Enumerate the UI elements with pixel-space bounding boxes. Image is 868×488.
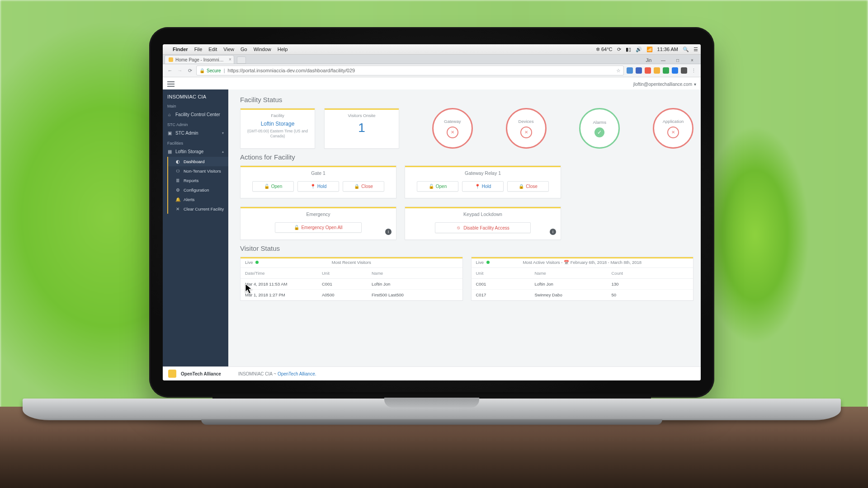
disable-facility-access-button[interactable]: ⦸ Disable Facility Access: [435, 222, 531, 233]
close-button[interactable]: 🔒Close: [343, 181, 384, 192]
menu-view[interactable]: View: [223, 47, 234, 52]
sidebar-subitem-alerts[interactable]: 🔔 Alerts: [168, 195, 228, 204]
cell-unit: C017: [476, 292, 535, 297]
status-fan-icon[interactable]: ✲ 64°C: [596, 47, 613, 52]
extension-icon[interactable]: [636, 67, 642, 74]
error-icon: [520, 127, 532, 138]
extension-icon[interactable]: [672, 67, 678, 74]
sidebar-item-label: STC Admin: [175, 131, 198, 136]
bookmark-star-icon[interactable]: ☆: [616, 68, 621, 74]
laptop-trackpad-notch: [384, 398, 479, 408]
ring-label: Devices: [519, 119, 534, 124]
sidebar-subitem-non-tenant-visitors[interactable]: ⚇ Non-Tenant Visitors: [168, 166, 228, 176]
cell-unit: A0500: [322, 292, 372, 297]
live-label: Live: [476, 260, 484, 265]
status-wifi-icon[interactable]: 📶: [646, 47, 653, 52]
browser-tab-active[interactable]: Home Page - Insomni… ×: [165, 55, 234, 64]
nav-back-button[interactable]: ←: [166, 68, 174, 73]
user-menu[interactable]: jloftin@opentechalliance.com ▾: [633, 82, 696, 87]
control-center-icon[interactable]: ☰: [693, 47, 698, 52]
sidebar-item-label: Alerts: [184, 197, 194, 202]
sidebar-subitem-clear-current-facility[interactable]: ✕ Clear Current Facility: [168, 204, 228, 214]
table-row[interactable]: C017 Swinney Dabo 50: [472, 290, 693, 300]
ring-label: Alarms: [593, 120, 606, 125]
address-bar[interactable]: 🔒 Secure | https://portal.insomniaccia-d…: [196, 66, 624, 75]
menu-help[interactable]: Help: [278, 47, 288, 52]
sidebar-item-label: Facility Control Center: [175, 112, 220, 117]
info-icon[interactable]: i: [385, 229, 392, 235]
card-title: Gate 1: [246, 170, 391, 176]
window-close-button[interactable]: ×: [685, 56, 699, 64]
unlock-icon: 🔓: [264, 184, 269, 189]
menu-file[interactable]: File: [194, 47, 203, 52]
nav-forward-button[interactable]: →: [176, 68, 184, 73]
extension-icon[interactable]: [663, 67, 669, 74]
table-most-active-visitors: Live Most Active Visitors - 📅 February 6…: [471, 257, 694, 301]
hold-button[interactable]: 📍Hold: [462, 181, 504, 192]
menu-go[interactable]: Go: [241, 47, 247, 52]
status-battery-icon[interactable]: ▮▯: [626, 47, 631, 52]
screen: Finder File Edit View Go Window Help ✲ 6…: [163, 44, 701, 380]
active-app-name[interactable]: Finder: [173, 47, 188, 52]
spotlight-icon[interactable]: 🔍: [683, 47, 689, 52]
sidebar-item-stc-admin[interactable]: ▣ STC Admin ▾: [163, 128, 228, 138]
card-title: Gateway Relay 1: [410, 170, 555, 176]
sidebar-subitem-reports[interactable]: ≣ Reports: [168, 176, 228, 185]
window-maximize-button[interactable]: □: [671, 56, 684, 64]
close-button[interactable]: 🔒Close: [507, 181, 549, 192]
menu-edit[interactable]: Edit: [208, 47, 217, 52]
status-clock[interactable]: 11:36 AM: [657, 47, 678, 52]
sidebar-item-loftin-storage[interactable]: ▦ Loftin Storage ▴: [163, 146, 228, 157]
extension-icon[interactable]: [645, 67, 651, 74]
browser-menu-button[interactable]: ⋮: [690, 68, 697, 74]
table-row[interactable]: C001 Loftin Jon 130: [472, 279, 693, 290]
extension-icon[interactable]: [681, 67, 687, 74]
user-email: jloftin@opentechalliance.com: [633, 82, 692, 87]
table-title: Most Recent Visitors: [241, 260, 462, 265]
emergency-open-all-button[interactable]: 🔓 Emergency Open All: [275, 222, 362, 233]
col-header: Date/Time: [245, 271, 322, 276]
ring-label: Application: [663, 119, 684, 124]
table-row[interactable]: Mar 1, 2018 1:27 PM A0500 First500 Last5…: [241, 290, 462, 300]
new-tab-button[interactable]: [237, 56, 246, 64]
extension-icon[interactable]: [654, 67, 660, 74]
live-indicator-icon: [255, 261, 259, 264]
sidebar-toggle-button[interactable]: [167, 81, 175, 87]
sidebar-item-label: Configuration: [184, 188, 209, 192]
status-temp: 64°C: [601, 47, 613, 52]
menu-window[interactable]: Window: [254, 47, 271, 52]
footer-link-opentech[interactable]: OpenTech Alliance.: [278, 371, 316, 376]
open-button[interactable]: 🔓Open: [252, 181, 294, 192]
cell-name: Loftin Jon: [372, 282, 458, 286]
col-header: Unit: [476, 271, 535, 276]
live-label: Live: [245, 260, 253, 265]
laptop-lid: Finder File Edit View Go Window Help ✲ 6…: [149, 27, 714, 398]
card-label: Facility: [246, 113, 309, 118]
hold-button[interactable]: 📍Hold: [297, 181, 339, 192]
open-button[interactable]: 🔓Open: [417, 181, 458, 192]
sidebar-subitem-configuration[interactable]: ⚙ Configuration: [168, 185, 228, 195]
col-header: Name: [372, 271, 458, 276]
status-sync-icon[interactable]: ⟳: [617, 47, 621, 52]
info-icon[interactable]: i: [550, 229, 556, 235]
table-header-row: Unit Name Count: [472, 268, 693, 279]
home-icon: ⌂: [167, 112, 172, 117]
cell-datetime: Mar 4, 2018 11:53 AM: [245, 282, 322, 286]
chevron-down-icon: ▾: [694, 82, 696, 87]
facility-name-link[interactable]: Loftin Storage: [246, 121, 309, 127]
sidebar-subitem-dashboard[interactable]: ◐ Dashboard: [168, 157, 228, 166]
cell-name: Swinney Dabo: [535, 292, 612, 297]
window-minimize-button[interactable]: —: [656, 56, 670, 64]
extension-icon[interactable]: [627, 67, 633, 74]
card-title: Keypad Lockdown: [410, 211, 555, 217]
sidebar-item-facility-control-center[interactable]: ⌂ Facility Control Center: [163, 109, 228, 120]
sidebar-section-main: Main: [163, 101, 228, 109]
tab-close-icon[interactable]: ×: [229, 57, 231, 62]
nav-reload-button[interactable]: ⟳: [186, 68, 193, 74]
content-area[interactable]: Facility Status Facility Loftin Storage …: [228, 89, 701, 367]
cell-name: Loftin Jon: [535, 282, 612, 286]
table-row[interactable]: Mar 4, 2018 11:53 AM C001 Loftin Jon: [241, 279, 462, 290]
sidebar-brand: INSOMNIAC CIA: [163, 89, 228, 101]
status-volume-icon[interactable]: 🔊: [636, 47, 642, 52]
ban-icon: ⦸: [456, 225, 461, 230]
